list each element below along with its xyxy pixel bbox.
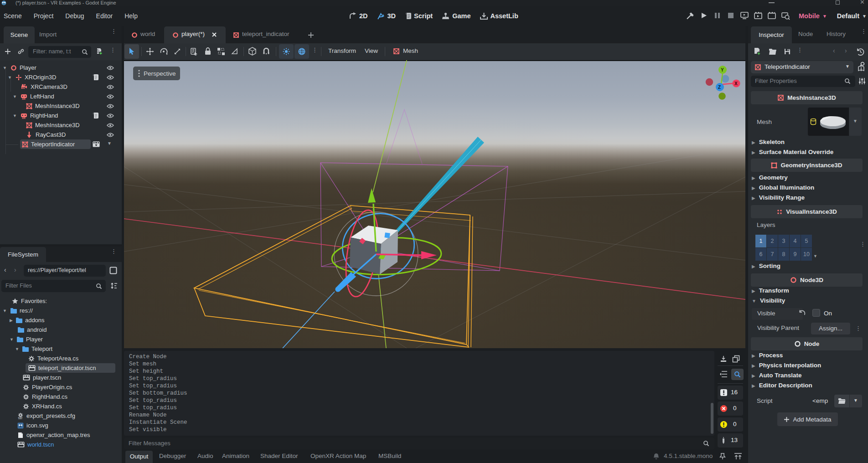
svg-text:Y: Y [721, 67, 724, 72]
svg-text:Z: Z [718, 85, 721, 90]
svg-text:X: X [734, 81, 738, 86]
svg-text:XR: XR [22, 98, 26, 100]
svg-text:XR: XR [22, 87, 26, 89]
svg-text:Perspective: Perspective [144, 70, 176, 77]
svg-text:TXT: TXT [18, 417, 22, 419]
svg-text:XR: XR [22, 117, 26, 119]
